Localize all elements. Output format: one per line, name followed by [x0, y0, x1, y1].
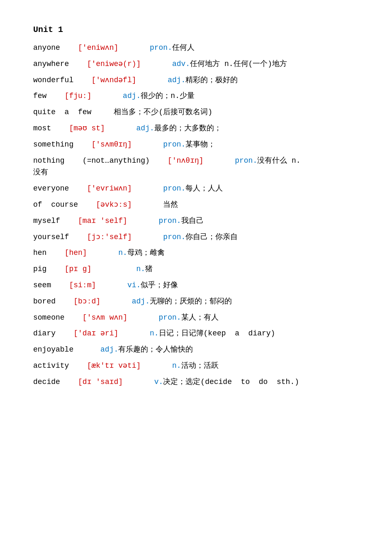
phonetic: ['sʌm wʌn]	[83, 313, 127, 322]
pos: pron.	[150, 44, 172, 52]
list-item: few [fjuː] adj.很少的；n.少量	[33, 90, 359, 102]
definition: 无聊的；厌烦的；郁闷的	[150, 297, 232, 306]
list-item: bored [bɔːd] adj.无聊的；厌烦的；郁闷的	[33, 296, 359, 308]
word: hen	[33, 249, 46, 257]
pos: adj.	[100, 345, 118, 354]
phonetic: [maɪ 'self]	[78, 217, 127, 225]
word: activity	[33, 362, 69, 370]
word: something	[33, 140, 73, 149]
word: anyone	[33, 44, 60, 52]
pos: pron.	[235, 156, 257, 165]
word: decide	[33, 378, 60, 386]
list-item: seem [siːm] vi.似乎；好像	[33, 279, 359, 291]
list-item: pig [pɪ g] n.猪	[33, 263, 359, 275]
word: nothing	[33, 156, 65, 165]
pos: adv.	[172, 60, 190, 68]
definition: 母鸡；雌禽	[127, 249, 165, 257]
vocabulary-list: anyone ['eniwʌn] pron.任何人 anywhere ['eni…	[33, 42, 359, 388]
pos: pron.	[163, 233, 185, 241]
definition: 猪	[145, 265, 153, 273]
word: few	[33, 92, 46, 100]
phonetic: [siːm]	[69, 281, 96, 289]
definition: 似乎；好像	[141, 281, 178, 289]
definition: 日记；日记簿(keep a diary)	[159, 329, 275, 337]
pos: n.	[172, 362, 181, 370]
definition: 有乐趣的；令人愉快的	[118, 345, 193, 354]
pos: vi.	[127, 281, 141, 289]
definition: 活动；活跃	[181, 362, 219, 370]
phonetic: [pɪ g]	[65, 265, 92, 273]
word: pig	[33, 265, 46, 273]
phonetic: [jɔː'self]	[87, 233, 132, 241]
definition: 相当多；不少(后接可数名词)	[114, 108, 212, 116]
word: myself	[33, 217, 60, 225]
list-item: everyone ['evriwʌn] pron.每人；人人	[33, 183, 359, 195]
definition: 决定；选定(decide to do sth.)	[163, 378, 299, 386]
definition: 最多的；大多数的；	[154, 124, 222, 132]
phonetic: ['sʌmθɪŋ]	[91, 140, 131, 149]
definition: 你自己；你亲自	[185, 233, 238, 241]
pos: adj.	[123, 92, 141, 100]
list-item: quite a few 相当多；不少(后接可数名词)	[33, 106, 359, 118]
phonetic: ['daɪ əri]	[73, 329, 118, 337]
word: of course	[33, 200, 78, 209]
pos: v.	[154, 378, 163, 386]
pos: n.	[136, 265, 146, 273]
phonetic: ['nʌθɪŋ]	[168, 156, 203, 165]
pos: n.	[118, 249, 127, 257]
list-item: something ['sʌmθɪŋ] pron.某事物；	[33, 139, 359, 151]
pos: pron.	[159, 313, 181, 322]
list-item: wonderful ['wʌndəfl] adj.精彩的；极好的	[33, 74, 359, 86]
phonetic: ['eniweə(r)]	[87, 60, 141, 68]
phonetic: [məʊ st]	[69, 124, 105, 132]
word: bored	[33, 297, 56, 306]
list-item: enjoyable adj.有乐趣的；令人愉快的	[33, 344, 359, 356]
definition: 当然	[163, 200, 178, 209]
list-item: anyone ['eniwʌn] pron.任何人	[33, 42, 359, 54]
word: diary	[33, 329, 56, 337]
unit-title: Unit 1	[33, 25, 359, 34]
word: someone	[33, 313, 65, 322]
extra: (=not…anything)	[83, 156, 150, 165]
list-item: diary ['daɪ əri] n.日记；日记簿(keep a diary)	[33, 328, 359, 340]
definition: 我自己	[181, 217, 204, 225]
word: quite a few	[33, 108, 91, 116]
phonetic: [hen]	[65, 249, 87, 257]
pos: pron.	[163, 140, 185, 149]
definition-cont: 没有	[33, 168, 48, 176]
phonetic: [dɪ 'saɪd]	[78, 378, 123, 386]
word: seem	[33, 281, 51, 289]
definition: 很少的；n.少量	[141, 92, 195, 100]
list-item: anywhere ['eniweə(r)] adv.任何地方 n.任何(一个)地…	[33, 58, 359, 70]
definition: 某人；有人	[181, 313, 219, 322]
list-item: hen [hen] n.母鸡；雌禽	[33, 247, 359, 259]
pos: pron.	[163, 184, 185, 193]
definition: 任何地方 n.任何(一个)地方	[190, 60, 287, 68]
word: enjoyable	[33, 345, 73, 354]
list-item: nothing (=not…anything) ['nʌθɪŋ] pron.没有…	[33, 155, 359, 179]
list-item: most [məʊ st] adj.最多的；大多数的；	[33, 122, 359, 134]
phonetic: [bɔːd]	[73, 297, 100, 306]
word: most	[33, 124, 51, 132]
definition: 精彩的；极好的	[185, 76, 238, 84]
word: anywhere	[33, 60, 69, 68]
phonetic: [fjuː]	[65, 92, 92, 100]
phonetic: [æk'tɪ vəti]	[87, 362, 141, 370]
word: yourself	[33, 233, 69, 241]
pos: adj.	[136, 124, 154, 132]
list-item: of course [əvkɔːs] 当然	[33, 199, 359, 211]
list-item: someone ['sʌm wʌn] pron.某人；有人	[33, 312, 359, 324]
list-item: decide [dɪ 'saɪd] v.决定；选定(decide to do s…	[33, 376, 359, 388]
definition: 某事物；	[185, 140, 215, 149]
phonetic: [əvkɔːs]	[96, 200, 132, 209]
pos: n.	[150, 329, 159, 337]
definition: 没有什么 n.	[257, 156, 300, 165]
phonetic: ['eniwʌn]	[78, 44, 118, 52]
pos: adj.	[168, 76, 185, 84]
definition: 每人；人人	[185, 184, 223, 193]
phonetic: ['wʌndəfl]	[91, 76, 136, 84]
word: wonderful	[33, 76, 73, 84]
list-item: myself [maɪ 'self] pron.我自己	[33, 215, 359, 227]
pos: adj.	[132, 297, 150, 306]
list-item: yourself [jɔː'self] pron.你自己；你亲自	[33, 231, 359, 243]
